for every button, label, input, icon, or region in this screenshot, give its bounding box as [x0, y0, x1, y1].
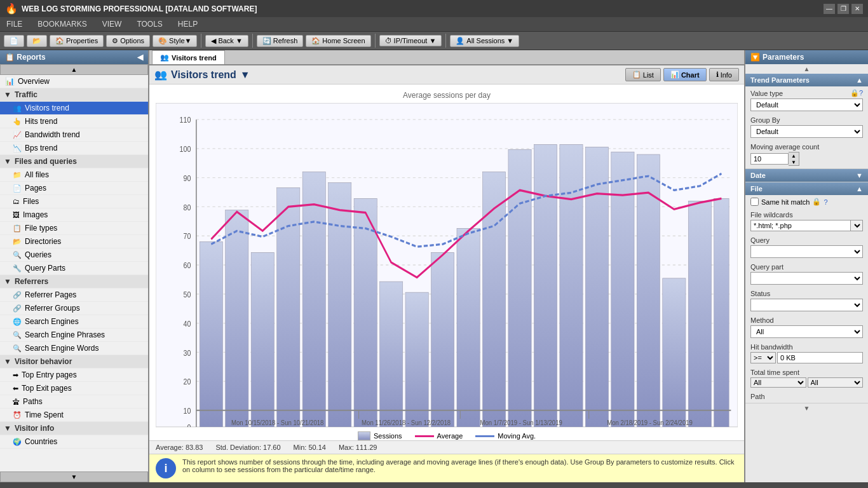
toolbar-ip-button[interactable]: ⏱ IP/Timeout ▼	[379, 35, 442, 46]
date-collapse[interactable]: ▼	[856, 172, 863, 179]
tree-item-16[interactable]: 🔗Referrer Pages	[0, 288, 148, 302]
tree-item-9[interactable]: 🗂Files	[0, 195, 148, 208]
method-select[interactable]: All	[750, 325, 863, 338]
bar-3[interactable]	[251, 252, 274, 427]
file-wildcards-input[interactable]	[750, 220, 850, 231]
info-view-button[interactable]: ℹ Info	[709, 68, 739, 81]
panel-collapse-icon[interactable]: ◀	[137, 53, 143, 62]
tree-item-19[interactable]: 🔍Search Engine Phrases	[0, 329, 148, 342]
bar-17[interactable]	[611, 152, 634, 427]
tree-item-12[interactable]: 📂Directories	[0, 235, 148, 248]
bar-16[interactable]	[585, 147, 608, 427]
tree-item-7[interactable]: 📁All files	[0, 168, 148, 182]
tree-item-26[interactable]: ▼Visitor info	[0, 422, 148, 435]
toolbar-new-button[interactable]: 📄	[4, 35, 24, 47]
chart-view-button[interactable]: 📊 Chart	[663, 68, 707, 81]
tree-item-5[interactable]: 📉Bps trend	[0, 142, 148, 155]
dropdown-arrow[interactable]: ▼	[240, 69, 250, 81]
file-header[interactable]: File ▲	[745, 182, 868, 195]
file-wildcards-select[interactable]: ▼	[850, 220, 863, 231]
spin-down[interactable]: ▼	[789, 159, 799, 165]
toolbar-refresh-button[interactable]: 🔄 Refresh	[257, 35, 304, 47]
tree-item-15[interactable]: ▼Referrers	[0, 275, 148, 288]
bar-20[interactable]	[688, 201, 711, 427]
tree-item-22[interactable]: ➡Top Entry pages	[0, 369, 148, 382]
query-select[interactable]	[750, 245, 863, 258]
bar-1[interactable]	[200, 241, 222, 427]
scroll-down-btn[interactable]: ▼	[0, 471, 148, 482]
value-type-select[interactable]: Default	[750, 98, 863, 111]
bar-21[interactable]	[714, 198, 729, 427]
bandwidth-op-select[interactable]: >= <= =	[750, 352, 776, 363]
tree-item-3[interactable]: 👆Hits trend	[0, 115, 148, 128]
menu-help[interactable]: HELP	[175, 18, 200, 30]
tree-item-17[interactable]: 🔗Referrer Groups	[0, 302, 148, 315]
file-collapse[interactable]: ▲	[856, 185, 863, 193]
maximize-button[interactable]: ❐	[837, 4, 849, 14]
tree-item-0[interactable]: 📊Overview	[0, 75, 148, 88]
group-by-select[interactable]: Default	[750, 125, 863, 138]
tree-expand[interactable]: ▼	[4, 357, 11, 366]
tree-item-25[interactable]: ⏰Time Spent	[0, 409, 148, 422]
toolbar-home-button[interactable]: 🏠 Home Screen	[306, 35, 370, 47]
tree-item-18[interactable]: 🌐Search Engines	[0, 315, 148, 329]
tree-item-20[interactable]: 🔍Search Engine Words	[0, 342, 148, 355]
bar-14[interactable]	[534, 144, 557, 427]
bar-8[interactable]	[380, 281, 403, 427]
toolbar-sessions-button[interactable]: 👤 All Sessions ▼	[450, 35, 519, 47]
menu-tools[interactable]: TOOLS	[134, 18, 165, 30]
trend-params-collapse[interactable]: ▲	[856, 76, 863, 84]
help-icon[interactable]: ?	[859, 89, 863, 97]
right-scroll-up[interactable]: ▲	[745, 64, 868, 74]
menu-file[interactable]: FILE	[4, 18, 25, 30]
total-time-select1[interactable]: All	[750, 377, 806, 388]
scroll-up-btn[interactable]: ▲	[0, 64, 148, 75]
bar-5[interactable]	[302, 172, 325, 427]
tree-expand[interactable]: ▼	[4, 157, 11, 166]
tree-item-4[interactable]: 📈Bandwidth trend	[0, 128, 148, 142]
toolbar-back-button[interactable]: ◀ Back ▼	[205, 35, 248, 47]
toolbar-properties-button[interactable]: 🏠 Properties	[50, 35, 104, 47]
bandwidth-value-input[interactable]	[777, 352, 863, 363]
tree-item-8[interactable]: 📄Pages	[0, 182, 148, 195]
bar-9[interactable]	[405, 292, 428, 427]
bar-2[interactable]	[226, 210, 248, 427]
same-hit-checkbox[interactable]	[750, 198, 759, 206]
menu-view[interactable]: VIEW	[100, 18, 125, 30]
bar-11[interactable]	[457, 228, 480, 427]
close-button[interactable]: ✕	[851, 4, 863, 14]
list-view-button[interactable]: 📋 List	[625, 68, 661, 81]
trend-params-header[interactable]: Trend Parameters ▲	[745, 74, 868, 86]
date-header[interactable]: Date ▼	[745, 169, 868, 182]
right-scroll-down[interactable]: ▼	[745, 403, 868, 413]
tree-item-14[interactable]: 🔧Query Parts	[0, 262, 148, 275]
bar-6[interactable]	[329, 183, 351, 427]
bar-7[interactable]	[354, 198, 377, 427]
bar-18[interactable]	[637, 154, 660, 427]
tree-item-27[interactable]: 🌍Countries	[0, 435, 148, 449]
tree-item-10[interactable]: 🖼Images	[0, 208, 148, 222]
tree-item-11[interactable]: 📋File types	[0, 222, 148, 235]
spin-up[interactable]: ▲	[789, 152, 799, 159]
menu-bookmarks[interactable]: BOOKMARKS	[35, 18, 89, 30]
toolbar-options-button[interactable]: ⚙ Options	[106, 35, 150, 47]
total-time-select2[interactable]: All	[808, 377, 864, 388]
bar-15[interactable]	[560, 144, 583, 427]
query-part-select[interactable]	[750, 272, 863, 285]
tree-item-24[interactable]: 🛣Paths	[0, 395, 148, 409]
tab-visitors-trend[interactable]: 👥 Visitors trend	[152, 50, 225, 64]
tree-item-13[interactable]: 🔍Queries	[0, 248, 148, 262]
bar-12[interactable]	[482, 172, 505, 427]
tree-item-23[interactable]: ⬅Top Exit pages	[0, 382, 148, 395]
tree-expand[interactable]: ▼	[4, 424, 11, 433]
tree-expand[interactable]: ▼	[4, 90, 11, 99]
minimize-button[interactable]: —	[824, 4, 835, 14]
same-hit-help[interactable]: ?	[824, 198, 827, 206]
bar-19[interactable]	[663, 278, 686, 427]
tree-item-1[interactable]: ▼Traffic	[0, 88, 148, 102]
toolbar-style-button[interactable]: 🎨 Style▼	[153, 35, 197, 47]
bar-4[interactable]	[277, 187, 300, 427]
tree-item-6[interactable]: ▼Files and queries	[0, 155, 148, 168]
tree-expand[interactable]: ▼	[4, 277, 11, 286]
bar-10[interactable]	[431, 252, 454, 427]
